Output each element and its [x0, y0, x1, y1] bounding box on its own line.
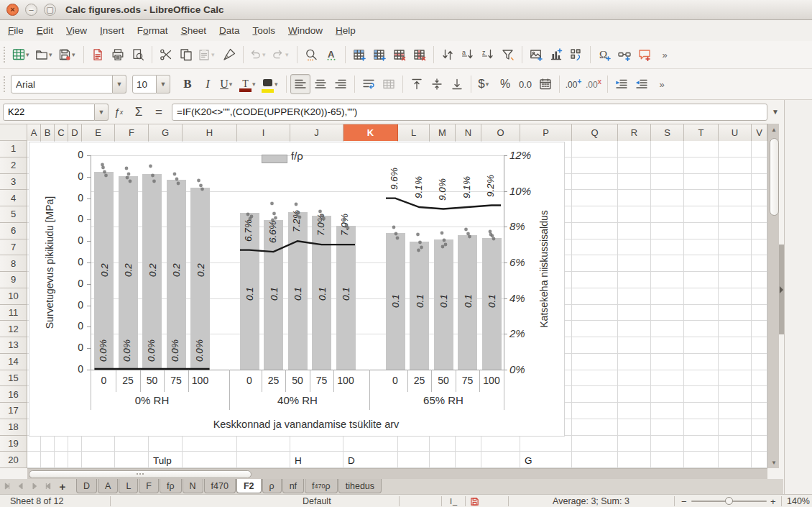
- increase-indent-button[interactable]: [612, 74, 632, 94]
- column-header-D[interactable]: D: [68, 124, 82, 142]
- menu-window[interactable]: Window: [282, 22, 329, 39]
- row-header-15[interactable]: 15: [0, 370, 27, 387]
- menu-file[interactable]: File: [1, 22, 30, 39]
- column-header-P[interactable]: P: [520, 124, 572, 142]
- wrap-text-button[interactable]: [359, 74, 379, 94]
- row-header-17[interactable]: 17: [0, 403, 27, 419]
- menu-format[interactable]: Format: [131, 22, 175, 39]
- find-and-replace-button[interactable]: [301, 45, 321, 65]
- sheet-tab-F2[interactable]: F2: [236, 479, 262, 493]
- toolbar-overflow-button[interactable]: »: [652, 74, 672, 94]
- column-header-V[interactable]: V: [752, 124, 767, 142]
- insert-chart-button[interactable]: [546, 45, 566, 65]
- toolbar-overflow-button[interactable]: »: [655, 45, 675, 65]
- dropdown-arrow-icon[interactable]: ▾: [285, 51, 292, 58]
- highlighting-color-button[interactable]: ▾: [260, 74, 282, 94]
- scroll-down-icon[interactable]: ▼: [769, 457, 779, 468]
- column-header-F[interactable]: F: [115, 124, 149, 142]
- maximize-button[interactable]: ▢: [44, 4, 56, 16]
- cell-K20[interactable]: D: [348, 452, 355, 468]
- row-header-10[interactable]: 10: [0, 288, 27, 305]
- zoom-in-icon[interactable]: +: [770, 495, 776, 507]
- font-color-button[interactable]: T▾: [238, 74, 260, 94]
- menu-insert[interactable]: Insert: [93, 22, 131, 39]
- row-header-14[interactable]: 14: [0, 354, 27, 370]
- row-header-12[interactable]: 12: [0, 321, 27, 337]
- sum-icon[interactable]: Σ: [129, 103, 149, 122]
- sheet-tab-nf[interactable]: nf: [282, 479, 304, 493]
- dropdown-arrow-icon[interactable]: ▾: [252, 81, 259, 88]
- font-name-input[interactable]: [11, 75, 113, 93]
- insert-image-button[interactable]: [526, 45, 546, 65]
- format-number-button[interactable]: 0.0: [515, 74, 535, 94]
- sheet-tab-D[interactable]: D: [76, 479, 97, 493]
- selection-stats-label[interactable]: Average: 3; Sum: 3: [508, 495, 674, 507]
- dropdown-arrow-icon[interactable]: ▾: [26, 51, 32, 58]
- row-header-1[interactable]: 1: [0, 141, 27, 157]
- formula-input[interactable]: [172, 104, 767, 121]
- document-modified-icon[interactable]: [470, 495, 479, 507]
- autofilter-button[interactable]: [498, 45, 518, 65]
- page-style-label[interactable]: Default: [303, 495, 331, 507]
- menu-sheet[interactable]: Sheet: [175, 22, 213, 39]
- cut-button[interactable]: [156, 45, 176, 65]
- name-box[interactable]: [3, 104, 95, 121]
- select-all-corner[interactable]: [0, 124, 27, 141]
- column-header-L[interactable]: L: [398, 124, 430, 142]
- underline-button[interactable]: U▾: [218, 74, 238, 94]
- add-sheet-button[interactable]: +: [55, 479, 70, 493]
- column-header-M[interactable]: M: [430, 124, 456, 142]
- row-header-11[interactable]: 11: [0, 305, 27, 321]
- sort-descending-button[interactable]: z: [478, 45, 498, 65]
- open-button[interactable]: ▾: [34, 45, 57, 65]
- column-header-J[interactable]: J: [290, 124, 343, 142]
- row-header-9[interactable]: 9: [0, 272, 27, 288]
- row-header-5[interactable]: 5: [0, 206, 27, 223]
- row-header-6[interactable]: 6: [0, 223, 27, 239]
- cell-J20[interactable]: H: [295, 452, 302, 468]
- dropdown-arrow-icon[interactable]: ▾: [274, 81, 281, 88]
- column-header-I[interactable]: I: [237, 124, 290, 142]
- cell-P20[interactable]: G: [525, 452, 532, 468]
- column-header-O[interactable]: O: [481, 124, 520, 142]
- zoom-slider-handle[interactable]: [725, 497, 733, 505]
- center-vertically-button[interactable]: [427, 74, 447, 94]
- embedded-chart[interactable]: 12%10%8%6%4%2%0%000000000000.200.2250.25…: [29, 142, 565, 437]
- name-box-dropdown[interactable]: ▼: [95, 104, 109, 121]
- font-size-input[interactable]: [132, 75, 157, 93]
- dropdown-arrow-icon[interactable]: ▾: [229, 81, 236, 88]
- insert-special-character-button[interactable]: Ω: [594, 45, 614, 65]
- sort-button[interactable]: [438, 45, 458, 65]
- format-currency-button[interactable]: $▾: [475, 74, 495, 94]
- column-header-U[interactable]: U: [719, 124, 752, 142]
- column-header-Q[interactable]: Q: [572, 124, 618, 142]
- row-header-3[interactable]: 3: [0, 174, 27, 191]
- dropdown-arrow-icon[interactable]: ▾: [486, 81, 492, 88]
- sheet-tab-F[interactable]: F: [139, 479, 159, 493]
- column-header-N[interactable]: N: [456, 124, 481, 142]
- spelling-button[interactable]: A: [321, 45, 341, 65]
- column-header-A[interactable]: A: [27, 124, 41, 142]
- column-header-B[interactable]: B: [41, 124, 55, 142]
- menu-tools[interactable]: Tools: [246, 22, 282, 39]
- sheet-tab-_[interactable]: ρ: [262, 479, 282, 493]
- sheet-tab-tihedus[interactable]: tihedus: [338, 479, 382, 493]
- column-header-H[interactable]: H: [183, 124, 237, 142]
- column-header-S[interactable]: S: [651, 124, 684, 142]
- dropdown-arrow-icon[interactable]: ▾: [49, 51, 55, 58]
- vertical-scrollbar[interactable]: ▲ ▼: [767, 124, 779, 468]
- sheet-nav-prev-icon[interactable]: [14, 479, 27, 493]
- cell-G20[interactable]: Tulp: [153, 452, 172, 468]
- new-document-button[interactable]: ▾: [11, 45, 34, 65]
- horizontal-scroll-thumb[interactable]: [29, 470, 252, 478]
- close-button[interactable]: ×: [6, 4, 19, 16]
- column-header-K[interactable]: K: [343, 124, 398, 142]
- minimize-button[interactable]: –: [25, 4, 37, 16]
- sidebar-hide-grip[interactable]: [779, 245, 784, 334]
- align-right-button[interactable]: [331, 74, 351, 94]
- zoom-out-icon[interactable]: −: [681, 495, 687, 507]
- align-bottom-button[interactable]: [447, 74, 467, 94]
- horizontal-scrollbar[interactable]: [27, 468, 767, 479]
- formula-icon[interactable]: =: [149, 103, 169, 122]
- row-header-16[interactable]: 16: [0, 386, 27, 403]
